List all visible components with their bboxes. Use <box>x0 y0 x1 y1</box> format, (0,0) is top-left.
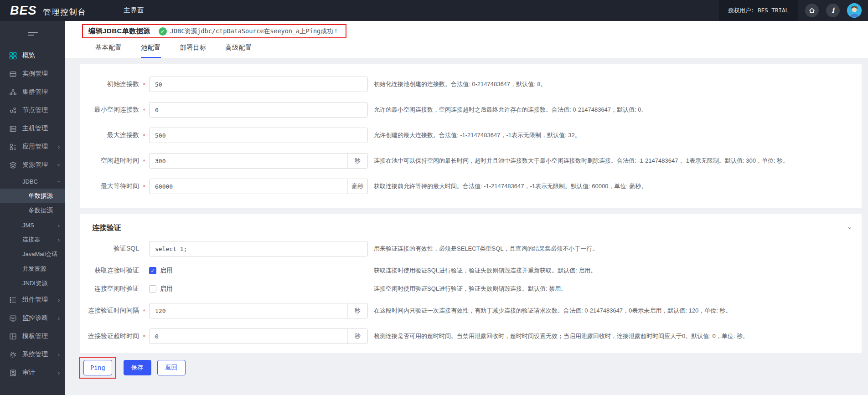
required-asterisk: * <box>139 80 149 88</box>
sidebar-item-connector[interactable]: 连接器› <box>0 232 65 247</box>
validation-sql-input[interactable] <box>150 241 367 256</box>
required-spacer <box>139 270 149 272</box>
field-help-text: 允许的最小空闲连接数，空闲连接超时之后最终允许存在的连接数。合法值: 0-214… <box>374 106 647 114</box>
home-icon[interactable] <box>805 4 819 17</box>
tab-basic-config[interactable]: 基本配置 <box>95 44 122 58</box>
sidebar-item-label: 多数据源 <box>28 206 53 215</box>
validate-on-idle-checkbox[interactable] <box>149 285 156 292</box>
sidebar-collapse-icon[interactable] <box>28 30 38 37</box>
node-icon <box>9 107 17 114</box>
sidebar-item-node-management[interactable]: 节点管理 <box>0 101 65 119</box>
sidebar-item-component-management[interactable]: 组件管理› <box>0 291 65 309</box>
max-connections-input[interactable] <box>150 128 367 143</box>
sidebar-item-label: 实例管理 <box>22 70 48 78</box>
sidebar-item-label: 应用管理 <box>22 143 48 151</box>
annotation-box-ping: Ping <box>79 357 116 379</box>
field-help-text: 检测连接是否可用的超时时间。当禁用泄露回收时，超时时间设置无效；当启用泄露回收时… <box>374 332 749 340</box>
tab-deploy-target[interactable]: 部署目标 <box>180 44 207 58</box>
sidebar-item-app-management[interactable]: 应用管理› <box>0 138 65 156</box>
sidebar-item-system-management[interactable]: 系统管理› <box>0 345 65 364</box>
validate-on-acquire-checkbox[interactable]: ✓ <box>149 267 156 274</box>
app-window: BES 管理控制台 主界面 授权用户: BES TRIAL i 概览实例管理集群 <box>0 0 868 395</box>
min-idle-connections-input-wrap <box>149 102 368 118</box>
connection-validation-card: 连接验证 › 验证SQL用来验证连接的有效性，必须是SELECT类型SQL，且查… <box>80 214 862 353</box>
annotation-box-title: 编辑JDBC单数据源 ✓ JDBC资源jdbc/ctpDataSource在se… <box>82 24 346 38</box>
chevron-down-icon: › <box>56 180 62 182</box>
initial-connections-input-wrap <box>149 77 368 92</box>
field-label: 验证SQL <box>80 245 139 253</box>
sidebar-item-monitoring-diagnosis[interactable]: 监控诊断› <box>0 309 65 327</box>
validation-sql-input-wrap <box>149 241 368 256</box>
sidebar-item-resource-management[interactable]: 资源管理› <box>0 156 65 174</box>
field-label: 连接验证超时时间 <box>80 332 139 340</box>
sidebar-item-multi-datasource[interactable]: 多数据源 <box>0 203 65 218</box>
bes-logo-text: BES <box>10 4 37 18</box>
sidebar-item-label: 系统管理 <box>22 350 48 359</box>
chevron-right-icon: › <box>58 237 60 243</box>
sidebar-item-jdbc[interactable]: JDBC› <box>0 174 65 189</box>
sidebar-item-concurrent-resource[interactable]: 并发资源 <box>0 262 65 276</box>
required-asterisk: * <box>139 182 149 190</box>
avatar[interactable] <box>847 3 862 18</box>
required-asterisk: * <box>139 157 149 165</box>
sidebar-item-label: 审计 <box>22 369 35 377</box>
sidebar-item-label: JavaMail会话 <box>22 250 57 258</box>
validation-interval-input-wrap: 秒 <box>149 303 368 318</box>
idle-timeout-input[interactable] <box>150 154 347 168</box>
section-title: 连接验证 <box>92 223 121 233</box>
max-wait-time-input[interactable] <box>150 179 347 194</box>
validation-timeout-input[interactable] <box>150 329 347 344</box>
form-row-max-wait-time: 最大等待时间*毫秒获取连接前允许等待的最大时间。合法值: -1-21474836… <box>80 179 862 194</box>
page-title: 编辑JDBC单数据源 <box>88 27 150 36</box>
sidebar-item-javamail-session[interactable]: JavaMail会话 <box>0 247 65 262</box>
back-button[interactable]: 返回 <box>157 360 186 375</box>
sidebar-item-overview[interactable]: 概览 <box>0 46 65 65</box>
info-icon[interactable]: i <box>826 4 840 17</box>
resource-icon <box>9 161 17 169</box>
section-collapse-chevron-icon[interactable]: › <box>847 227 854 229</box>
ping-button[interactable]: Ping <box>83 360 112 375</box>
validation-interval-input[interactable] <box>150 303 347 318</box>
sidebar-item-host-management[interactable]: 主机管理 <box>0 119 65 138</box>
chevron-right-icon: › <box>58 297 60 303</box>
sidebar-item-label: 并发资源 <box>22 265 46 273</box>
component-icon <box>9 296 17 304</box>
required-spacer <box>139 248 149 250</box>
field-label: 获取连接时验证 <box>80 267 139 275</box>
sidebar-item-jms[interactable]: JMS› <box>0 218 65 232</box>
sidebar-item-template-management[interactable]: 模板管理 <box>0 327 65 345</box>
field-label: 最大连接数 <box>80 131 139 139</box>
form-row-initial-connections: 初始连接数*初始化连接池创建的连接数。合法值: 0-2147483647，默认值… <box>80 77 862 92</box>
min-idle-connections-input[interactable] <box>150 103 367 117</box>
form-row-validation-sql: 验证SQL用来验证连接的有效性，必须是SELECT类型SQL，且查询的结果集必须… <box>80 241 862 256</box>
field-help-text: 连接在池中可以保持空闲的最长时间，超时并且池中连接数大于最小空闲连接数时删除连接… <box>374 157 789 165</box>
checkbox-label: 启用 <box>160 267 173 275</box>
tab-advanced-config[interactable]: 高级配置 <box>226 44 252 58</box>
field-help-text: 获取连接时使用验证SQL进行验证，验证失败则销毁连接并重新获取。默认值: 启用。 <box>374 267 596 275</box>
sidebar-item-label: 主机管理 <box>22 124 48 133</box>
sidebar-item-single-datasource[interactable]: 单数据源 <box>0 189 65 203</box>
sidebar-item-label: 连接器 <box>22 236 40 244</box>
save-button[interactable]: 保存 <box>124 360 151 375</box>
product-name: 管理控制台 <box>43 7 87 17</box>
sidebar-item-audit[interactable]: 审计› <box>0 364 65 382</box>
success-message: JDBC资源jdbc/ctpDataSource在seeyon_a上Ping成功… <box>170 27 339 36</box>
licensed-user-label: 授权用户: BES TRIAL <box>719 0 798 21</box>
app-icon <box>9 143 17 151</box>
sidebar-item-cluster-management[interactable]: 集群管理 <box>0 83 65 101</box>
tab-pool-config[interactable]: 池配置 <box>141 44 161 58</box>
sidebar-item-jndi-resource[interactable]: JNDI资源 <box>0 276 65 291</box>
main-nav-item[interactable]: 主界面 <box>124 6 145 15</box>
sidebar-item-label: 集群管理 <box>22 88 48 96</box>
initial-connections-input[interactable] <box>150 77 367 92</box>
form-row-validate-on-idle: 连接空闲时验证启用连接空闲时使用验证SQL进行验证，验证失败则销毁连接。默认值:… <box>80 285 862 293</box>
monitor-icon <box>9 314 17 322</box>
sidebar-item-label: 概览 <box>22 51 35 60</box>
idle-timeout-input-wrap: 秒 <box>149 153 368 169</box>
cluster-icon <box>9 88 17 96</box>
sidebar-item-instance-management[interactable]: 实例管理 <box>0 65 65 83</box>
chevron-right-icon: › <box>58 315 60 321</box>
required-spacer <box>139 288 149 290</box>
bes-logo: BES 管理控制台 <box>0 4 87 18</box>
overview-icon <box>9 52 17 60</box>
